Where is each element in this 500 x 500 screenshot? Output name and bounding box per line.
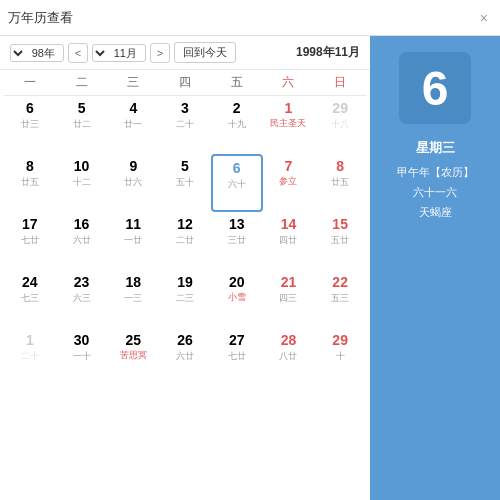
weekday-header-4: 三 xyxy=(107,70,159,95)
solar-date: 5 xyxy=(78,100,86,117)
solar-date: 11 xyxy=(126,216,142,233)
weekday-header-5: 二 xyxy=(56,70,108,95)
lunar-label: 三廿 xyxy=(228,235,246,246)
day-cell[interactable]: 29十 xyxy=(314,328,366,386)
day-cell[interactable]: 3二十 xyxy=(159,96,211,154)
solar-date: 28 xyxy=(281,332,297,349)
day-cell[interactable]: 21四三 xyxy=(263,270,315,328)
solar-date: 16 xyxy=(74,216,90,233)
day-cell[interactable]: 10十二 xyxy=(56,154,108,212)
lunar-day: 六十一六 xyxy=(397,183,474,203)
day-cell[interactable]: 17七廿 xyxy=(4,212,56,270)
day-cell[interactable]: 5五十 xyxy=(159,154,211,212)
day-cell[interactable]: 27七廿 xyxy=(211,328,263,386)
days-grid: 29十八1民主圣天2十九3二十4廿一5廿二6廿三8廿五7参立6六十5五十9廿六1… xyxy=(4,96,366,386)
day-cell[interactable]: 19二三 xyxy=(159,270,211,328)
main-content: 6 星期三 【农历】甲午年 六十一六 天蝎座 1998年11月 回到今天 < 1… xyxy=(0,36,500,500)
day-cell[interactable]: 5廿二 xyxy=(56,96,108,154)
right-panel: 1998年11月 回到今天 < 11月 > 98年 日六五四三二一 xyxy=(0,36,370,500)
day-cell[interactable]: 8廿五 xyxy=(314,154,366,212)
lunar-label: 二十 xyxy=(21,351,39,362)
weekday-header-1: 六 xyxy=(263,70,315,95)
lunar-label: 十二 xyxy=(73,177,91,188)
day-cell[interactable]: 6廿三 xyxy=(4,96,56,154)
solar-date: 15 xyxy=(332,216,348,233)
day-cell[interactable]: 6六十 xyxy=(211,154,263,212)
day-cell[interactable]: 8廿五 xyxy=(4,154,56,212)
weekday-header-6: 一 xyxy=(4,70,56,95)
prev-button[interactable]: < xyxy=(150,43,170,63)
day-cell[interactable]: 2十九 xyxy=(211,96,263,154)
day-cell[interactable]: 1民主圣天 xyxy=(263,96,315,154)
weekday-header-2: 五 xyxy=(211,70,263,95)
day-cell[interactable]: 24七三 xyxy=(4,270,56,328)
close-button[interactable]: × xyxy=(476,8,492,28)
weekday-row: 日六五四三二一 xyxy=(4,70,366,96)
lunar-label: 廿五 xyxy=(331,177,349,188)
solar-date: 22 xyxy=(332,274,348,291)
day-cell[interactable]: 15五廿 xyxy=(314,212,366,270)
lunar-label: 廿三 xyxy=(21,119,39,130)
lunar-label: 苦思冥 xyxy=(120,349,147,362)
day-cell[interactable]: 20小雪 xyxy=(211,270,263,328)
solar-date: 30 xyxy=(74,332,90,349)
left-panel: 6 星期三 【农历】甲午年 六十一六 天蝎座 xyxy=(370,36,500,500)
lunar-label: 十 xyxy=(336,351,345,362)
lunar-label: 二三 xyxy=(176,293,194,304)
lunar-label: 小雪 xyxy=(228,291,246,304)
day-cell[interactable]: 18一三 xyxy=(107,270,159,328)
lunar-info: 星期三 【农历】甲午年 六十一六 天蝎座 xyxy=(397,136,474,223)
lunar-label: 七廿 xyxy=(228,351,246,362)
lunar-label: 十八 xyxy=(331,119,349,130)
day-cell[interactable]: 12二廿 xyxy=(159,212,211,270)
today-button[interactable]: 回到今天 xyxy=(174,42,236,63)
day-cell[interactable]: 14四廿 xyxy=(263,212,315,270)
solar-date: 24 xyxy=(22,274,38,291)
solar-date: 1 xyxy=(26,332,34,349)
title-bar-left: × xyxy=(476,8,492,28)
day-cell[interactable]: 28八廿 xyxy=(263,328,315,386)
lunar-label: 四廿 xyxy=(279,235,297,246)
day-cell[interactable]: 25苦思冥 xyxy=(107,328,159,386)
nav-right-controls: 回到今天 < 11月 > 98年 xyxy=(10,42,236,63)
day-cell[interactable]: 13三廿 xyxy=(211,212,263,270)
day-cell[interactable]: 1二十 xyxy=(4,328,56,386)
calendar-window: × 万年历查看 6 星期三 【农历】甲午年 六十一六 天蝎座 1998年11月 … xyxy=(0,0,500,500)
day-cell[interactable]: 26六廿 xyxy=(159,328,211,386)
solar-date: 6 xyxy=(26,100,34,117)
lunar-label: 八廿 xyxy=(279,351,297,362)
solar-date: 29 xyxy=(332,332,348,349)
day-cell[interactable]: 9廿六 xyxy=(107,154,159,212)
weekday-header-0: 日 xyxy=(314,70,366,95)
solar-date: 7 xyxy=(285,158,293,175)
solar-date: 5 xyxy=(181,158,189,175)
lunar-label: 六廿 xyxy=(176,351,194,362)
lunar-label: 一廿 xyxy=(124,235,142,246)
lunar-year: 【农历】甲午年 xyxy=(397,163,474,183)
day-cell[interactable]: 7参立 xyxy=(263,154,315,212)
solar-date: 3 xyxy=(181,100,189,117)
solar-date: 12 xyxy=(177,216,193,233)
constellation: 天蝎座 xyxy=(397,203,474,223)
day-cell[interactable]: 30一十 xyxy=(56,328,108,386)
year-select[interactable]: 98年 xyxy=(10,44,64,62)
solar-date: 26 xyxy=(177,332,193,349)
weekday-header-3: 四 xyxy=(159,70,211,95)
solar-date: 27 xyxy=(229,332,245,349)
solar-date: 25 xyxy=(126,332,142,349)
day-cell[interactable]: 23六三 xyxy=(56,270,108,328)
solar-date: 17 xyxy=(22,216,38,233)
next-button[interactable]: > xyxy=(68,43,88,63)
day-cell[interactable]: 22五三 xyxy=(314,270,366,328)
day-cell[interactable]: 16六廿 xyxy=(56,212,108,270)
month-select[interactable]: 11月 xyxy=(92,44,146,62)
day-cell[interactable]: 11一廿 xyxy=(107,212,159,270)
lunar-label: 四三 xyxy=(279,293,297,304)
solar-date: 20 xyxy=(229,274,245,291)
lunar-label: 五三 xyxy=(331,293,349,304)
solar-date: 10 xyxy=(74,158,90,175)
day-cell[interactable]: 29十八 xyxy=(314,96,366,154)
day-cell[interactable]: 4廿一 xyxy=(107,96,159,154)
solar-date: 9 xyxy=(129,158,137,175)
calendar-header: 1998年11月 回到今天 < 11月 > 98年 xyxy=(0,36,370,70)
